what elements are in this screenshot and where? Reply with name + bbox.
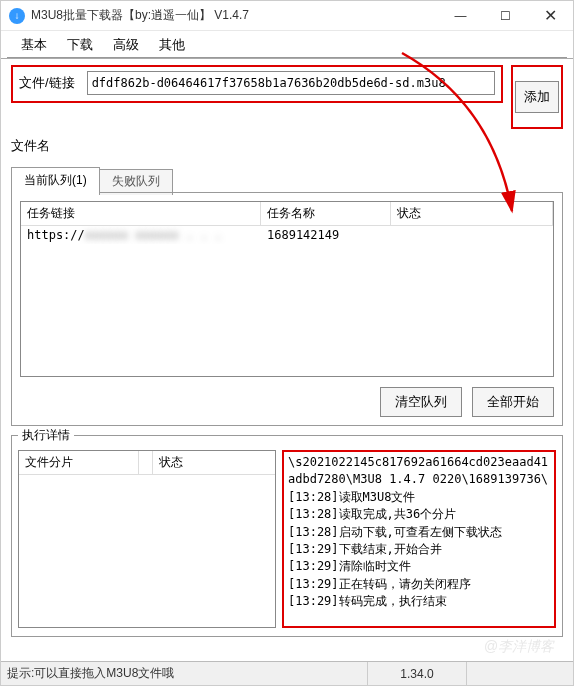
- col-task-name[interactable]: 任务名称: [261, 202, 391, 225]
- file-name-label: 文件名: [11, 137, 50, 155]
- titlebar[interactable]: ↓ M3U8批量下载器【by:逍遥一仙】 V1.4.7 — ☐ ✕: [1, 1, 573, 31]
- menu-advanced[interactable]: 高级: [103, 32, 149, 58]
- task-table[interactable]: 任务链接 任务名称 状态 https://xxxxxx xxxxxx . . .…: [20, 201, 554, 377]
- queue-panel: 任务链接 任务名称 状态 https://xxxxxx xxxxxx . . .…: [11, 192, 563, 426]
- exec-detail-group: 执行详情 文件分片 状态 \s2021022145c817692a61664cd…: [11, 427, 563, 637]
- menu-other[interactable]: 其他: [149, 32, 195, 58]
- col-slice-status[interactable]: 状态: [153, 451, 275, 474]
- start-all-button[interactable]: 全部开始: [472, 387, 554, 417]
- tab-current-queue[interactable]: 当前队列(1): [11, 167, 100, 193]
- minimize-button[interactable]: —: [438, 1, 483, 30]
- col-sep: [139, 451, 153, 474]
- queue-tabs: 当前队列(1) 失败队列: [11, 167, 563, 193]
- app-icon: ↓: [9, 8, 25, 24]
- table-row[interactable]: https://xxxxxx xxxxxx . . . 1689142149: [21, 226, 553, 244]
- col-slice[interactable]: 文件分片: [19, 451, 139, 474]
- link-prefix: https://: [27, 228, 85, 242]
- add-button[interactable]: 添加: [515, 81, 559, 113]
- app-window: ↓ M3U8批量下载器【by:逍遥一仙】 V1.4.7 — ☐ ✕ 基本 下载 …: [0, 0, 574, 686]
- status-version: 1.34.0: [367, 662, 467, 685]
- maximize-button[interactable]: ☐: [483, 1, 528, 30]
- cell-status: [391, 226, 553, 244]
- link-blurred: xxxxxx xxxxxx . . .: [85, 228, 222, 242]
- menu-download[interactable]: 下载: [57, 32, 103, 58]
- watermark: @李洋博客: [484, 638, 554, 656]
- statusbar: 提示:可以直接拖入M3U8文件哦 1.34.0: [1, 661, 573, 685]
- url-input[interactable]: [87, 71, 495, 95]
- file-link-group: 文件/链接: [11, 65, 503, 103]
- cell-name: 1689142149: [261, 226, 391, 244]
- col-task-status[interactable]: 状态: [391, 202, 553, 225]
- menu-basic[interactable]: 基本: [11, 32, 57, 58]
- menubar: 基本 下载 高级 其他: [1, 31, 573, 59]
- status-hint: 提示:可以直接拖入M3U8文件哦: [7, 665, 367, 682]
- window-title: M3U8批量下载器【by:逍遥一仙】 V1.4.7: [31, 7, 438, 24]
- close-button[interactable]: ✕: [528, 1, 573, 30]
- exec-detail-legend: 执行详情: [18, 427, 74, 444]
- clear-queue-button[interactable]: 清空队列: [380, 387, 462, 417]
- add-button-wrapper: 添加: [511, 65, 563, 129]
- log-output[interactable]: \s2021022145c817692a61664cd023eaad41adbd…: [282, 450, 556, 628]
- slice-table[interactable]: 文件分片 状态: [18, 450, 276, 628]
- col-task-link[interactable]: 任务链接: [21, 202, 261, 225]
- file-link-label: 文件/链接: [19, 74, 75, 92]
- content-area: 文件/链接 添加 文件名 当前队列(1) 失败队列 任务链接 任务名称 状态: [1, 59, 573, 427]
- cell-link: https://xxxxxx xxxxxx . . .: [21, 226, 261, 244]
